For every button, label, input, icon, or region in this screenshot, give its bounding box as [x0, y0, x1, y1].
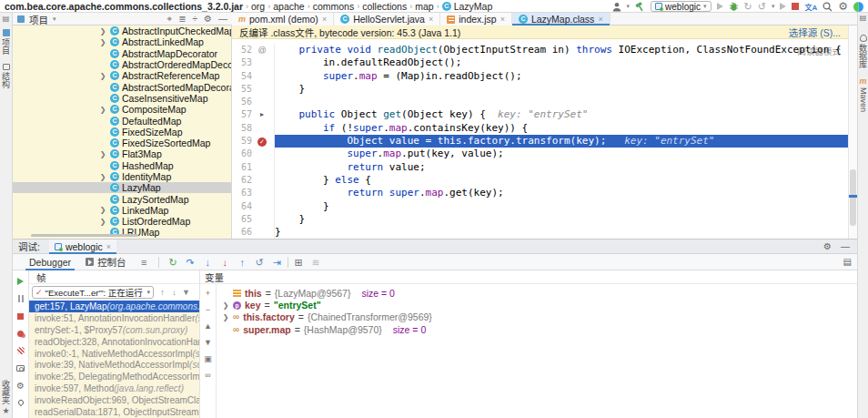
- thread-selector[interactable]: ✓ "ExecuteT...er'": 正在运行 ▾: [32, 286, 154, 299]
- breadcrumb-item[interactable]: map: [415, 1, 433, 12]
- sidebar-item-project[interactable]: 项目: [0, 29, 12, 55]
- code-line[interactable]: 61 return value;: [232, 161, 848, 174]
- user-icon[interactable]: [612, 1, 621, 12]
- pause-icon[interactable]: [15, 294, 26, 303]
- chevron-down-icon[interactable]: ▾: [627, 3, 631, 10]
- close-icon[interactable]: ×: [106, 242, 111, 251]
- stack-frame-row[interactable]: entrySet:-1, $Proxy57 (com.sun.proxy): [29, 324, 199, 336]
- stack-frame-row[interactable]: get:157, LazyMap (org.apache.commons.col…: [29, 301, 199, 312]
- close-icon[interactable]: ×: [429, 15, 433, 24]
- tree-item[interactable]: CFixedSizeSortedMap: [13, 138, 231, 148]
- tree-item[interactable]: ❯CLinkedMap: [13, 205, 231, 216]
- breadcrumb-item[interactable]: LazyMap: [454, 1, 493, 12]
- prev-frame-icon[interactable]: ↑: [157, 288, 167, 297]
- stack-frame-row[interactable]: invoke:39, NativeMethodAccessorImpl (sun…: [29, 359, 199, 371]
- breadcrumb-item[interactable]: commons: [313, 1, 355, 12]
- coverage-icon[interactable]: ↻: [744, 1, 752, 12]
- code-line[interactable]: 56: [232, 96, 848, 108]
- breadcrumb-item[interactable]: collections: [362, 1, 407, 12]
- tree-item[interactable]: CCaseInsensitiveMap: [13, 93, 231, 104]
- run-to-cursor-icon[interactable]: ⇥: [270, 256, 284, 269]
- tree-item[interactable]: ❯CAbstractReferenceMap: [13, 70, 231, 81]
- code-line[interactable]: 53 in.defaultReadObject();: [232, 56, 848, 69]
- tree-item[interactable]: CLazyMap: [13, 182, 231, 193]
- duplicate-watch-icon[interactable]: ▣: [203, 354, 214, 363]
- collapse-all-icon[interactable]: ÷: [193, 14, 198, 25]
- chevron-right-icon[interactable]: ❯: [222, 301, 229, 310]
- chevron-down-icon[interactable]: ▾: [53, 15, 56, 23]
- editor-tab[interactable]: CLazyMap.class×: [512, 13, 611, 25]
- tree-item[interactable]: ❯CCompositeMap: [13, 104, 231, 115]
- tree-item[interactable]: ❯CFlat3Map: [13, 148, 231, 159]
- settings-gear-icon[interactable]: ⚙: [838, 1, 848, 12]
- tree-item[interactable]: CAbstractMapDecorator: [13, 48, 231, 59]
- code-line[interactable]: 64 }: [232, 200, 848, 213]
- variable-row[interactable]: ❯pkey="entrySet": [217, 299, 857, 311]
- remove-watch-icon[interactable]: −: [203, 305, 214, 314]
- tree-item[interactable]: CLazySortedMap: [13, 193, 231, 204]
- settings-icon[interactable]: ⚙: [204, 14, 212, 25]
- mute-breakpoints-icon[interactable]: [15, 346, 26, 355]
- code-line[interactable]: 62 } else {: [232, 174, 848, 187]
- tree-item[interactable]: CDefaultedMap: [13, 115, 231, 126]
- breadcrumb-item[interactable]: com.bea.core.apache.commons.collections_…: [5, 1, 243, 12]
- tree-item[interactable]: CHashedMap: [13, 160, 231, 171]
- breadcrumb-item[interactable]: apache: [273, 1, 304, 12]
- layout-menu-icon[interactable]: ≡: [137, 256, 151, 269]
- trace-stream-icon[interactable]: ≋: [309, 256, 323, 269]
- stack-frame-row[interactable]: invoke:597, Method (java.lang.reflect): [29, 382, 199, 394]
- restore-layout-icon[interactable]: ▤: [843, 257, 852, 267]
- resume-icon[interactable]: [15, 277, 26, 286]
- window-switcher-icon[interactable]: ▤: [3, 15, 10, 23]
- tree-horizontal-scrollbar[interactable]: [31, 234, 138, 237]
- force-step-into-icon[interactable]: ↓: [218, 256, 232, 269]
- step-over-icon[interactable]: ↷: [184, 256, 197, 269]
- code-line[interactable]: 65 }: [232, 213, 848, 226]
- breakpoint-icon[interactable]: ✓: [257, 138, 267, 147]
- tree-item[interactable]: CAbstractOrderedMapDecorator: [13, 59, 231, 70]
- translate-icon[interactable]: 文A: [804, 1, 817, 12]
- breadcrumb-item[interactable]: org: [251, 1, 265, 12]
- build-hammer-icon[interactable]: [635, 1, 645, 12]
- expand-all-icon[interactable]: ≣: [178, 14, 186, 25]
- stack-frame-row[interactable]: readObject:328, AnnotationInvocationHand…: [29, 336, 199, 348]
- variable-row[interactable]: ❯∞this.factory={ChainedTransformer@9569}: [217, 311, 857, 323]
- code-line[interactable]: 66}: [232, 226, 848, 239]
- run-button-2[interactable]: [780, 3, 786, 10]
- debug-session-tab[interactable]: weblogic ×: [49, 240, 116, 254]
- show-watches-icon[interactable]: ∞: [203, 371, 214, 380]
- sidebar-item-favorites[interactable]: 收藏夹★: [0, 380, 12, 415]
- pin-icon[interactable]: [15, 398, 26, 407]
- choose-sources-link[interactable]: 选择源 (S)...: [789, 25, 841, 39]
- stack-frame-row[interactable]: invoke:25, DelegatingMethodAccessorImpl …: [29, 371, 199, 382]
- code-line[interactable]: 57▸ public Object get(Object key) { key:…: [232, 108, 848, 121]
- hide-panel-icon[interactable]: —: [841, 241, 850, 251]
- tree-item[interactable]: ❯CListOrderedMap: [13, 216, 231, 227]
- editor-scrollbar[interactable]: [848, 25, 857, 239]
- sidebar-item-maven[interactable]: mMaven: [859, 77, 868, 112]
- code-line[interactable]: 59✓ Object value = this.factory.transfor…: [232, 135, 848, 148]
- editor-tab[interactable]: CHelloServlet.java×: [334, 13, 440, 25]
- stop-icon[interactable]: [15, 311, 26, 321]
- close-icon[interactable]: ×: [500, 15, 505, 24]
- evaluate-expression-icon[interactable]: ⊞: [292, 256, 306, 269]
- tab-debugger[interactable]: Debugger: [25, 254, 75, 270]
- tab-console[interactable]: 控制台: [82, 254, 130, 270]
- code-line[interactable]: 58 if (!super.map.containsKey(key)) {: [232, 122, 848, 135]
- editor-tab[interactable]: index.jsp×: [440, 13, 512, 25]
- editor-tab[interactable]: mpom.xml (demo)×: [232, 13, 334, 25]
- sidebar-item-structure[interactable]: 结构: [0, 64, 12, 88]
- debug-settings-icon[interactable]: ⚙: [15, 381, 26, 390]
- code-line[interactable]: 55 }: [232, 83, 848, 96]
- drop-frame-icon[interactable]: ↺: [253, 256, 267, 269]
- code-line[interactable]: 52@ private void readObject(ObjectInputS…: [232, 44, 848, 56]
- tree-item[interactable]: ❯CIdentityMap: [13, 171, 231, 182]
- tree-item[interactable]: ❯CAbstractLinkedMap: [13, 36, 231, 47]
- editor[interactable]: 反编译 .class文件, bytecode version: 45.3 (Ja…: [232, 25, 848, 239]
- run-config-selector[interactable]: weblogic ▾: [651, 1, 711, 12]
- code-line[interactable]: 63 return super.map.get(key);: [232, 187, 848, 199]
- move-watch-down-icon[interactable]: ▼: [203, 338, 214, 347]
- chevron-down-icon[interactable]: ▾: [772, 3, 775, 10]
- hide-icon[interactable]: —: [218, 14, 227, 25]
- tree-item[interactable]: CFixedSizeMap: [13, 127, 231, 138]
